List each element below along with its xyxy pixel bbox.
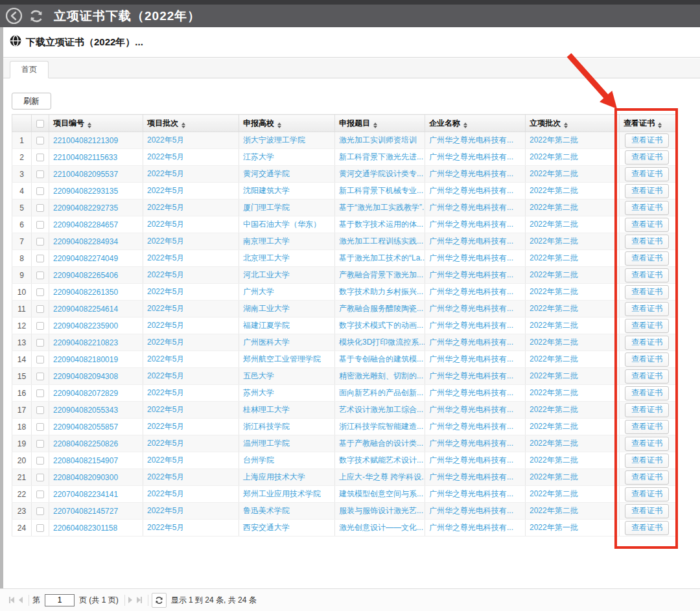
refresh-icon[interactable] <box>28 8 45 25</box>
university-link[interactable]: 台州学院 <box>243 455 274 465</box>
university-link[interactable]: 桂林理工大学 <box>243 405 290 414</box>
project-batch-link[interactable]: 2022年5月 <box>147 253 184 262</box>
row-checkbox[interactable] <box>36 137 44 144</box>
university-link[interactable]: 温州理工学院 <box>243 439 290 448</box>
title-link[interactable]: 激光创意设计——文化... <box>339 523 423 532</box>
first-page-icon[interactable] <box>9 597 14 603</box>
sort-icon[interactable] <box>463 122 467 128</box>
university-link[interactable]: 南京理工大学 <box>243 236 290 246</box>
project-id-link[interactable]: 220904082094308 <box>53 372 118 381</box>
refresh-button[interactable]: 刷新 <box>12 93 51 110</box>
project-batch-link[interactable]: 2022年5月 <box>147 439 184 448</box>
company-link[interactable]: 广州华之尊光电科技有... <box>429 236 513 246</box>
row-checkbox[interactable] <box>36 154 44 161</box>
university-link[interactable]: 浙江科技学院 <box>243 422 290 431</box>
project-id-link[interactable]: 220704082145727 <box>53 507 118 516</box>
project-batch-link[interactable]: 2022年5月 <box>147 371 184 380</box>
approval-batch-link[interactable]: 2022年第二批 <box>530 287 578 296</box>
university-link[interactable]: 苏州大学 <box>243 388 274 397</box>
university-link[interactable]: 河北工业大学 <box>243 270 290 279</box>
company-link[interactable]: 广州华之尊光电科技有... <box>429 439 513 448</box>
project-id-link[interactable]: 220704082234141 <box>53 490 118 499</box>
title-link[interactable]: 艺术设计激光加工综合... <box>339 405 423 414</box>
university-link[interactable]: 广州大学 <box>243 287 274 296</box>
column-header-5[interactable]: 立项批次 <box>526 115 620 132</box>
project-batch-link[interactable]: 2022年5月 <box>147 523 184 532</box>
column-header-6[interactable]: 查看证书 <box>620 115 677 132</box>
approval-batch-link[interactable]: 2022年第二批 <box>530 203 578 212</box>
company-link[interactable]: 广州华之尊光电科技有... <box>429 489 513 498</box>
title-link[interactable]: 新工科背景下激光先进... <box>339 152 423 161</box>
row-checkbox[interactable] <box>36 356 44 363</box>
title-link[interactable]: 黄河交通学院设计类专... <box>339 169 423 178</box>
title-link[interactable]: 基于专创融合的建筑模... <box>339 354 423 363</box>
approval-batch-link[interactable]: 2022年第一批 <box>530 523 578 532</box>
project-id-link[interactable]: 221004082095537 <box>53 170 118 179</box>
company-link[interactable]: 广州华之尊光电科技有... <box>429 253 513 262</box>
view-cert-button[interactable]: 查看证书 <box>625 454 669 468</box>
company-link[interactable]: 广州华之尊光电科技有... <box>429 169 513 178</box>
university-link[interactable]: 郑州航空工业管理学院 <box>243 354 321 363</box>
title-link[interactable]: 产教融合服务醴陵陶瓷... <box>339 304 423 313</box>
project-id-link[interactable]: 220904082235900 <box>53 321 118 330</box>
row-checkbox[interactable] <box>36 389 44 397</box>
project-batch-link[interactable]: 2022年5月 <box>147 405 184 414</box>
project-batch-link[interactable]: 2022年5月 <box>147 338 184 347</box>
university-link[interactable]: 西安交通大学 <box>243 523 290 532</box>
view-cert-button[interactable]: 查看证书 <box>625 285 669 299</box>
university-link[interactable]: 广州医科大学 <box>243 338 290 347</box>
approval-batch-link[interactable]: 2022年第二批 <box>530 236 578 246</box>
approval-batch-link[interactable]: 2022年第二批 <box>530 455 578 465</box>
university-link[interactable]: 沈阳建筑大学 <box>243 186 290 195</box>
university-link[interactable]: 郑州工业应用技术学院 <box>243 489 321 498</box>
title-link[interactable]: 基于数字技术运用的体... <box>339 220 423 229</box>
company-link[interactable]: 广州华之尊光电科技有... <box>429 405 513 414</box>
company-link[interactable]: 广州华之尊光电科技有... <box>429 270 513 279</box>
approval-batch-link[interactable]: 2022年第二批 <box>530 388 578 397</box>
project-id-link[interactable]: 220904082180019 <box>53 355 118 364</box>
project-batch-link[interactable]: 2022年5月 <box>147 220 184 229</box>
title-link[interactable]: 数字技术模式下的动画... <box>339 321 423 330</box>
project-batch-link[interactable]: 2022年5月 <box>147 321 184 330</box>
pager-refresh-icon[interactable] <box>152 593 167 608</box>
company-link[interactable]: 广州华之尊光电科技有... <box>429 287 513 296</box>
sort-icon[interactable] <box>373 122 377 128</box>
approval-batch-link[interactable]: 2022年第二批 <box>530 270 578 279</box>
view-cert-button[interactable]: 查看证书 <box>625 369 669 384</box>
project-id-link[interactable]: 220904082261350 <box>53 288 118 297</box>
approval-batch-link[interactable]: 2022年第二批 <box>530 371 578 380</box>
university-link[interactable]: 黄河交通学院 <box>243 169 290 178</box>
project-batch-link[interactable]: 2022年5月 <box>147 455 184 465</box>
project-id-link[interactable]: 220804082090300 <box>53 473 118 482</box>
approval-batch-link[interactable]: 2022年第二批 <box>530 405 578 414</box>
approval-batch-link[interactable]: 2022年第二批 <box>530 253 578 262</box>
title-link[interactable]: 建筑模型创意空间与系... <box>339 489 423 498</box>
company-link[interactable]: 广州华之尊光电科技有... <box>429 220 513 229</box>
project-id-link[interactable]: 220904082210823 <box>53 338 118 347</box>
row-checkbox[interactable] <box>36 288 44 296</box>
view-cert-button[interactable]: 查看证书 <box>625 336 669 350</box>
project-batch-link[interactable]: 2022年5月 <box>147 287 184 296</box>
view-cert-button[interactable]: 查看证书 <box>625 268 669 282</box>
project-batch-link[interactable]: 2022年5月 <box>147 354 184 363</box>
last-page-icon[interactable] <box>137 597 142 603</box>
row-checkbox[interactable] <box>36 271 44 279</box>
project-id-link[interactable]: 220804082250826 <box>53 439 118 448</box>
project-batch-link[interactable]: 2022年5月 <box>147 135 184 144</box>
row-checkbox[interactable] <box>36 474 44 481</box>
approval-batch-link[interactable]: 2022年第二批 <box>530 186 578 195</box>
title-link[interactable]: 激光加工实训师资培训 <box>339 135 417 144</box>
row-checkbox[interactable] <box>36 255 44 262</box>
title-link[interactable]: 数字技术赋能艺术设计... <box>339 455 423 465</box>
university-link[interactable]: 厦门理工学院 <box>243 203 290 212</box>
title-link[interactable]: 基于“激光加工实践教学”... <box>339 203 425 212</box>
company-link[interactable]: 广州华之尊光电科技有... <box>429 135 513 144</box>
view-cert-button[interactable]: 查看证书 <box>625 184 669 198</box>
prev-page-icon[interactable] <box>19 597 23 603</box>
approval-batch-link[interactable]: 2022年第二批 <box>530 169 578 178</box>
view-cert-button[interactable]: 查看证书 <box>625 167 669 181</box>
project-id-link[interactable]: 221004082115633 <box>53 153 117 162</box>
row-checkbox[interactable] <box>36 204 44 212</box>
project-id-link[interactable]: 220904082055857 <box>53 422 118 432</box>
university-link[interactable]: 上海应用技术大学 <box>243 472 305 481</box>
